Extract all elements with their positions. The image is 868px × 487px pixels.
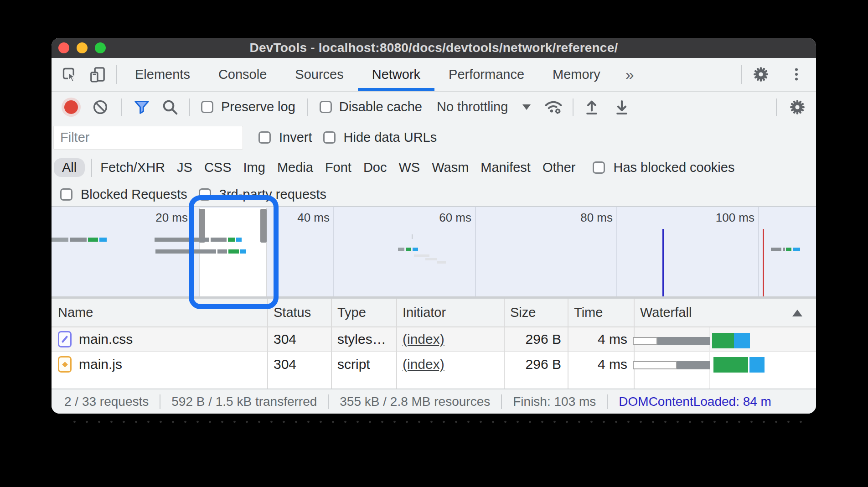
filter-row: Invert Hide data URLs (52, 122, 816, 153)
filter-type-manifest[interactable]: Manifest (480, 160, 531, 175)
import-har-button[interactable] (583, 98, 601, 116)
overview-bar (771, 248, 781, 251)
toolbar-separator (573, 98, 574, 116)
overview-bar (406, 248, 411, 251)
column-divider[interactable] (568, 299, 568, 389)
disable-cache-checkbox[interactable] (320, 101, 332, 113)
requests-count: 2 / 33 requests (64, 394, 149, 409)
cell-time: 4 ms (568, 352, 634, 377)
gridline-40ms (333, 207, 334, 296)
title-bar: DevTools - localhost:8080/docs/devtools/… (52, 38, 816, 59)
network-overview-timeline[interactable]: 20 ms 40 ms 60 ms 80 ms 100 ms (52, 206, 816, 296)
filter-type-css[interactable]: CSS (204, 160, 232, 175)
gridline-80ms (616, 207, 617, 296)
throttling-dropdown-caret[interactable] (522, 104, 531, 110)
request-name: main.css (79, 332, 133, 347)
filter-type-doc[interactable]: Doc (363, 160, 387, 175)
initiator-link[interactable]: (index) (403, 332, 444, 347)
filter-funnel-icon (133, 98, 151, 116)
column-header-name[interactable]: Name (52, 299, 267, 326)
devtools-settings-button[interactable] (749, 62, 773, 87)
column-header-size[interactable]: Size (504, 299, 568, 326)
column-header-status[interactable]: Status (267, 299, 331, 326)
waterfall-stalled-bar (657, 337, 710, 345)
network-summary-bar: 2 / 33 requests 592 B / 1.5 kB transferr… (52, 389, 816, 414)
invert-label: Invert (279, 130, 312, 145)
domcontentloaded-marker-line (662, 229, 664, 296)
request-table-header: Name Status Type Initiator Size Time Wat… (52, 299, 816, 327)
preserve-log-checkbox[interactable] (201, 101, 213, 113)
tab-memory[interactable]: Memory (538, 58, 615, 91)
devtools-tab-bar: Elements Console Sources Network Perform… (52, 58, 816, 92)
tick-label-60ms: 60 ms (417, 211, 471, 225)
network-settings-button[interactable] (789, 98, 806, 116)
device-toolbar-icon (88, 65, 107, 83)
gridline-100ms (758, 207, 759, 296)
column-divider[interactable] (504, 299, 505, 389)
initiator-link[interactable]: (index) (403, 357, 444, 372)
toolbar-separator (121, 98, 122, 116)
overview-bar (99, 238, 107, 242)
hide-data-urls-checkbox[interactable] (323, 131, 336, 144)
toggle-device-toolbar-button[interactable] (85, 62, 110, 87)
tab-performance[interactable]: Performance (434, 58, 538, 91)
filter-type-img[interactable]: Img (243, 160, 265, 175)
filter-type-all[interactable]: All (54, 158, 85, 177)
tab-console[interactable]: Console (204, 58, 281, 91)
column-header-type[interactable]: Type (331, 299, 396, 326)
tab-elements[interactable]: Elements (121, 58, 204, 91)
waterfall-download-bar (734, 333, 750, 348)
export-har-button[interactable] (613, 98, 631, 116)
load-event-marker-line (763, 229, 764, 296)
overview-bar (70, 238, 87, 242)
desktop-dotted-line (68, 420, 803, 424)
column-divider[interactable] (396, 299, 397, 389)
filter-type-wasm[interactable]: Wasm (432, 160, 469, 175)
blocked-requests-row: Blocked Requests 3rd-party requests (52, 182, 816, 206)
waterfall-queueing-bar (633, 361, 677, 369)
sort-ascending-icon[interactable] (792, 310, 802, 316)
filter-input[interactable] (53, 126, 243, 150)
tab-network[interactable]: Network (358, 58, 434, 91)
cell-size: 296 B (504, 352, 568, 377)
column-header-initiator[interactable]: Initiator (396, 299, 504, 326)
third-party-requests-checkbox[interactable] (199, 188, 211, 201)
overview-bar (783, 248, 785, 251)
column-header-waterfall[interactable]: Waterfall (634, 299, 816, 326)
filter-type-ws[interactable]: WS (399, 160, 420, 175)
cell-type: script (331, 352, 396, 377)
filter-type-media[interactable]: Media (277, 160, 313, 175)
throttling-select[interactable]: No throttling (437, 99, 508, 114)
overview-bar (236, 238, 242, 242)
clear-network-log-button[interactable] (92, 98, 109, 116)
filter-type-other[interactable]: Other (542, 160, 576, 175)
filter-toggle-button[interactable] (133, 98, 151, 116)
cell-status: 304 (267, 352, 331, 377)
tick-label-40ms: 40 ms (275, 211, 330, 225)
overview-bar (155, 238, 209, 242)
network-conditions-button[interactable] (543, 97, 563, 117)
more-tabs-button[interactable]: » (615, 66, 645, 83)
overview-bar (228, 238, 235, 242)
clear-icon (92, 98, 109, 116)
inspect-element-button[interactable] (57, 62, 82, 87)
record-network-log-button[interactable] (64, 100, 78, 114)
blocked-requests-checkbox[interactable] (60, 188, 72, 201)
invert-checkbox[interactable] (258, 131, 271, 144)
has-blocked-cookies-checkbox[interactable] (593, 161, 605, 174)
overview-bar (414, 254, 429, 257)
tab-sources[interactable]: Sources (281, 58, 357, 91)
column-divider[interactable] (267, 299, 268, 389)
filter-type-fetch-xhr[interactable]: Fetch/XHR (100, 160, 165, 175)
column-header-time[interactable]: Time (568, 299, 634, 326)
filter-type-font[interactable]: Font (325, 160, 351, 175)
footer-separator (328, 394, 329, 409)
search-network-button[interactable] (161, 98, 179, 116)
window-title: DevTools - localhost:8080/docs/devtools/… (52, 41, 816, 55)
overview-bar (412, 234, 413, 239)
filter-type-js[interactable]: JS (177, 160, 192, 175)
column-divider[interactable] (331, 299, 332, 389)
customize-devtools-button[interactable] (784, 62, 809, 87)
overview-bar (88, 238, 98, 242)
selection-right-handle[interactable] (260, 209, 267, 243)
